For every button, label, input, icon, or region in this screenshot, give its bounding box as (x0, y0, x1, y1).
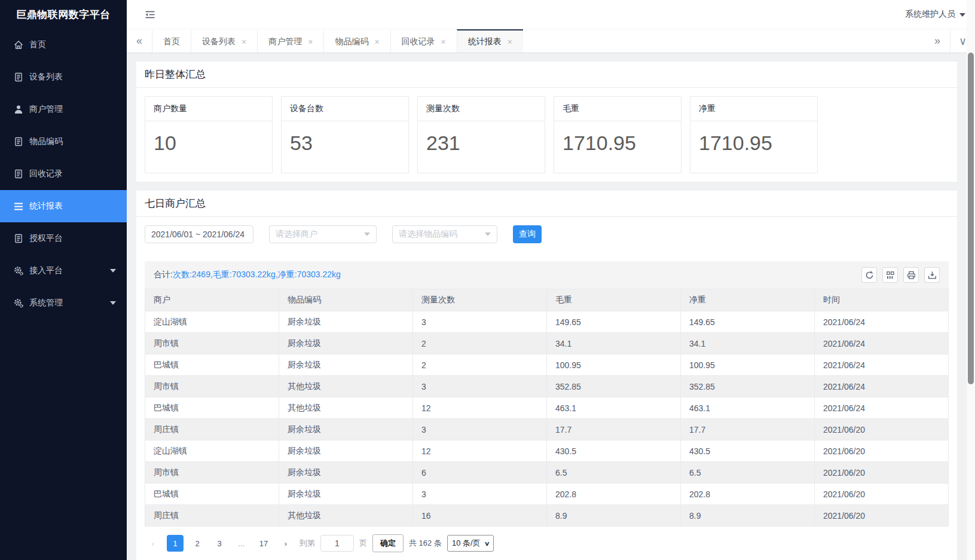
stat-value: 53 (282, 121, 408, 173)
cell-net-weight: 463.1 (681, 397, 815, 419)
sidebar-item[interactable]: 统计报表 (0, 190, 127, 222)
sidebar-item[interactable]: 首页 (0, 29, 127, 61)
cell-merchant: 周庄镇 (145, 505, 279, 527)
toolbar-button[interactable] (903, 267, 919, 283)
close-icon[interactable]: × (508, 38, 512, 46)
chevron-down-icon (364, 232, 370, 236)
sidebar-item[interactable]: 商户管理 (0, 93, 127, 126)
cell-measure-count: 12 (413, 440, 547, 462)
sidebar-item-label: 物品编码 (29, 136, 63, 147)
table-header-cell: 物品编码 (279, 289, 413, 311)
close-icon[interactable]: × (441, 38, 446, 46)
stat-label: 毛重 (554, 97, 681, 121)
sidebar-item[interactable]: 授权平台 (0, 222, 127, 255)
columns-icon (886, 271, 895, 280)
table-row: 巴城镇 其他垃圾 12 463.1 463.1 2021/06/24 (145, 397, 949, 419)
cell-item-code: 厨余垃圾 (279, 354, 413, 376)
confirm-button[interactable]: 确定 (372, 534, 404, 552)
sidebar-item[interactable]: 物品编码 (0, 126, 127, 158)
chevron-down-icon: ∨ (484, 540, 490, 547)
filter-bar: 请选择商户 请选择物品编码 查询 (136, 217, 957, 243)
sidebar-item-label: 回收记录 (29, 169, 63, 179)
close-icon[interactable]: × (374, 38, 379, 46)
table-row: 淀山湖镇 厨余垃圾 12 430.5 430.5 2021/06/20 (145, 440, 949, 462)
tab[interactable]: 统计报表 × (457, 29, 523, 53)
cell-date: 2021/06/20 (815, 419, 949, 440)
cell-item-code: 其他垃圾 (279, 505, 413, 527)
cell-net-weight: 17.7 (681, 419, 815, 440)
tabs: 首页 设备列表 × 商户管理 × 物品编码 × 回收记录 × (152, 29, 523, 53)
cell-date: 2021/06/24 (815, 397, 949, 419)
cell-gross-weight: 202.8 (547, 484, 681, 505)
table-row: 周市镇 厨余垃圾 2 34.1 34.1 2021/06/24 (145, 333, 949, 354)
vertical-scrollbar[interactable] (967, 0, 975, 560)
tab[interactable]: 物品编码 × (323, 29, 390, 53)
tab[interactable]: 商户管理 × (257, 29, 323, 53)
table-row: 周市镇 厨余垃圾 6 6.5 6.5 2021/06/20 (145, 462, 949, 484)
pagination: ‹ 1 2 3 ... 17 › 到第 页 确定 共 162 条 10 条/页 … (136, 527, 957, 552)
page-button: ... (233, 535, 250, 552)
scrollbar-thumb[interactable] (968, 53, 974, 384)
home-icon (13, 40, 23, 50)
cell-net-weight: 8.9 (681, 505, 815, 527)
page-button[interactable]: 3 (211, 535, 228, 552)
table-row: 巴城镇 厨余垃圾 3 202.8 202.8 2021/06/20 (145, 484, 949, 505)
search-button[interactable]: 查询 (513, 225, 542, 243)
page-button[interactable]: 2 (189, 535, 206, 552)
doc-icon (13, 72, 23, 82)
report-title: 七日商户汇总 (136, 191, 957, 217)
close-icon[interactable]: × (242, 38, 246, 46)
sidebar-collapse-button[interactable] (145, 10, 155, 19)
page-button[interactable]: › (277, 535, 294, 552)
stat-card: 净重 1710.95 (690, 96, 818, 173)
merchant-select[interactable]: 请选择商户 (269, 225, 377, 243)
sidebar-item[interactable]: 设备列表 (0, 61, 127, 93)
report-card: 七日商户汇总 请选择商户 请选择物品编码 查询 合计: 次数:2469,毛重:7… (136, 191, 957, 560)
sidebar-item[interactable]: 回收记录 (0, 158, 127, 190)
cell-net-weight: 34.1 (681, 333, 815, 354)
sidebar-item[interactable]: 接入平台 (0, 255, 127, 287)
cell-gross-weight: 17.7 (547, 419, 681, 440)
cell-item-code: 厨余垃圾 (279, 440, 413, 462)
tab[interactable]: 首页 (152, 29, 191, 53)
goto-page-input[interactable] (320, 535, 354, 552)
tab[interactable]: 回收记录 × (390, 29, 457, 53)
cell-measure-count: 6 (413, 462, 547, 484)
page-button[interactable]: 1 (167, 535, 184, 552)
toolbar-button[interactable] (861, 267, 877, 283)
tabs-scroll-right-button[interactable]: » (925, 29, 950, 53)
page-size-value: 10 条/页 (452, 538, 481, 549)
user-menu[interactable]: 系统维护人员 (905, 9, 965, 20)
tab-label: 商户管理 (268, 36, 302, 47)
cell-date: 2021/06/20 (815, 505, 949, 527)
tab-label: 统计报表 (468, 36, 502, 47)
tab-bar: « 首页 设备列表 × 商户管理 × 物品编码 × 回收记录 (127, 29, 975, 53)
tabs-scroll-left-button[interactable]: « (127, 29, 152, 53)
user-icon (13, 105, 23, 115)
item-code-select[interactable]: 请选择物品编码 (392, 225, 497, 243)
cell-net-weight: 100.95 (681, 354, 815, 376)
cell-merchant: 周庄镇 (145, 419, 279, 440)
toolbar-button[interactable] (882, 267, 898, 283)
app-title: 巨鼎物联网数字平台 (0, 0, 127, 29)
cell-gross-weight: 430.5 (547, 440, 681, 462)
stat-label: 净重 (690, 97, 817, 121)
doc-icon (13, 137, 23, 147)
sidebar-item[interactable]: 系统管理 (0, 287, 127, 319)
page-button[interactable]: 17 (255, 535, 272, 552)
close-icon[interactable]: × (308, 38, 313, 46)
page-size-select[interactable]: 10 条/页 ∨ (447, 535, 494, 552)
tab[interactable]: 设备列表 × (191, 29, 257, 53)
sidebar-item-label: 授权平台 (29, 233, 63, 244)
cell-measure-count: 3 (413, 419, 547, 440)
toolbar-button[interactable] (924, 267, 940, 283)
cell-net-weight: 352.85 (681, 376, 815, 397)
item-code-select-placeholder: 请选择物品编码 (399, 229, 457, 240)
totals-value: 次数:2469,毛重:70303.22kg,净重:70303.22kg (173, 270, 341, 280)
cell-item-code: 厨余垃圾 (279, 311, 413, 333)
cell-measure-count: 16 (413, 505, 547, 527)
cell-item-code: 其他垃圾 (279, 397, 413, 419)
date-range-input[interactable] (145, 225, 253, 243)
table-header-row: 商户 物品编码 测量次数 毛重 净重 时间 (145, 289, 949, 311)
stat-cards: 商户数量 10 设备台数 53 测量次数 231 毛重 1710.95 (136, 88, 957, 182)
